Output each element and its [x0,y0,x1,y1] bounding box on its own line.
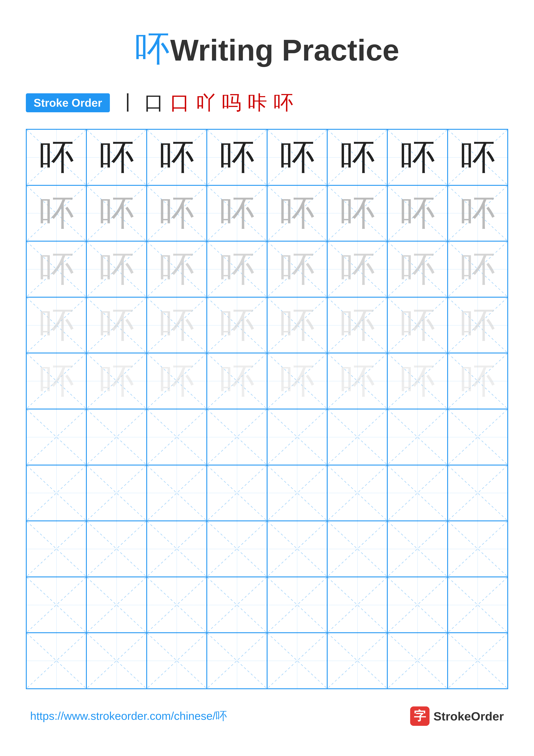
svg-line-141 [388,577,447,633]
grid-cell[interactable]: 吥 [147,353,207,409]
grid-cell[interactable]: 吥 [207,129,267,185]
grid-cell[interactable]: 吥 [447,297,508,353]
grid-cell[interactable] [207,521,267,577]
grid-cell[interactable] [267,633,327,689]
svg-line-110 [448,466,507,521]
grid-cell[interactable] [207,409,267,465]
svg-line-84 [147,410,206,465]
grid-cell[interactable] [147,465,207,521]
grid-cell[interactable]: 吥 [147,241,207,297]
grid-cell[interactable]: 吥 [26,297,87,353]
grid-cell[interactable] [87,521,146,577]
grid-cell[interactable]: 吥 [447,185,508,241]
grid-cell[interactable] [327,577,387,633]
grid-cell[interactable] [447,465,508,521]
stroke-sequence: 丨 口 口 吖 吗 咔 吥 [118,90,293,116]
grid-cell[interactable]: 吥 [327,129,387,185]
svg-line-106 [328,466,387,521]
grid-cell[interactable]: 吥 [267,185,327,241]
svg-line-126 [448,521,507,577]
grid-cell[interactable] [267,409,327,465]
footer-logo: 字 StrokeOrder [410,706,504,726]
grid-cell[interactable] [207,465,267,521]
grid-cell[interactable]: 吥 [87,129,146,185]
grid-cell[interactable]: 吥 [447,353,508,409]
grid-cell[interactable] [147,633,207,689]
stroke-1: 丨 [118,90,138,116]
grid-cell[interactable] [387,633,447,689]
practice-char: 吥 [460,196,495,230]
grid-cell[interactable] [327,409,387,465]
grid-cell[interactable] [327,521,387,577]
grid-cell[interactable] [207,577,267,633]
grid-cell[interactable] [267,465,327,521]
grid-cell[interactable] [147,409,207,465]
grid-cell[interactable] [26,577,87,633]
svg-line-105 [267,466,327,521]
grid-cell[interactable] [447,633,508,689]
practice-char: 吥 [340,364,375,398]
grid-cell[interactable] [207,633,267,689]
grid-cell[interactable]: 吥 [147,185,207,241]
grid-cell[interactable] [327,633,387,689]
svg-line-118 [207,521,267,577]
grid-cell[interactable] [147,577,207,633]
grid-cell[interactable]: 吥 [327,353,387,409]
grid-cell[interactable]: 吥 [447,241,508,297]
grid-cell[interactable]: 吥 [327,185,387,241]
grid-cell[interactable]: 吥 [387,185,447,241]
grid-cell[interactable]: 吥 [387,353,447,409]
grid-cell[interactable]: 吥 [207,241,267,297]
grid-cell[interactable] [87,409,146,465]
grid-cell[interactable] [26,521,87,577]
grid-cell[interactable]: 吥 [26,353,87,409]
grid-cell[interactable]: 吥 [267,241,327,297]
grid-cell[interactable]: 吥 [26,185,87,241]
grid-cell[interactable]: 吥 [387,241,447,297]
grid-cell[interactable]: 吥 [327,297,387,353]
grid-cell[interactable] [26,409,87,465]
grid-cell[interactable] [26,633,87,689]
grid-cell[interactable]: 吥 [207,185,267,241]
grid-cell[interactable] [447,577,508,633]
grid-cell[interactable] [387,465,447,521]
grid-cell[interactable]: 吥 [387,297,447,353]
grid-cell[interactable]: 吥 [207,297,267,353]
grid-cell[interactable] [87,577,146,633]
grid-cell[interactable] [387,521,447,577]
footer-url[interactable]: https://www.strokeorder.com/chinese/吥 [30,709,227,724]
svg-line-124 [388,521,447,577]
grid-cell[interactable]: 吥 [267,129,327,185]
svg-line-127 [448,521,507,577]
svg-line-90 [328,410,387,465]
practice-char: 吥 [159,252,194,286]
grid-cell[interactable]: 吥 [87,185,146,241]
grid-cell[interactable]: 吥 [147,297,207,353]
grid-cell[interactable] [387,409,447,465]
practice-char: 吥 [460,140,495,175]
stroke-4: 吖 [196,90,216,116]
grid-cell[interactable]: 吥 [87,241,146,297]
grid-cell[interactable] [327,465,387,521]
grid-cell[interactable] [387,577,447,633]
grid-cell[interactable] [87,465,146,521]
svg-line-131 [87,577,146,633]
grid-cell[interactable] [147,521,207,577]
grid-cell[interactable]: 吥 [267,353,327,409]
grid-cell[interactable] [26,465,87,521]
grid-cell[interactable]: 吥 [147,129,207,185]
grid-cell[interactable]: 吥 [447,129,508,185]
grid-cell[interactable]: 吥 [26,241,87,297]
grid-cell[interactable]: 吥 [207,353,267,409]
grid-cell[interactable]: 吥 [327,241,387,297]
grid-cell[interactable]: 吥 [267,297,327,353]
grid-cell[interactable] [447,409,508,465]
grid-cell[interactable] [267,521,327,577]
grid-cell[interactable]: 吥 [26,129,87,185]
grid-cell[interactable]: 吥 [87,353,146,409]
grid-cell[interactable]: 吥 [387,129,447,185]
grid-cell[interactable]: 吥 [87,297,146,353]
grid-cell[interactable] [87,633,146,689]
grid-cell[interactable] [447,521,508,577]
grid-cell[interactable] [267,577,327,633]
